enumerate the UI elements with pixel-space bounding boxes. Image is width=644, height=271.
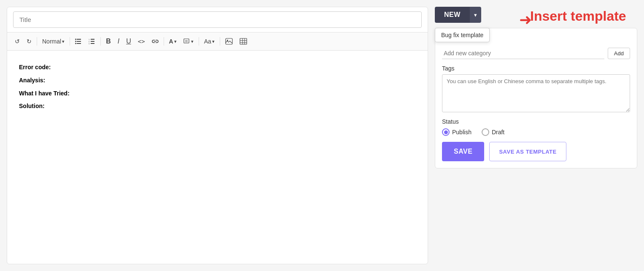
new-category-row: Add [442,48,630,59]
image-button[interactable] [223,36,235,46]
paragraph-select[interactable]: Normal [40,36,67,46]
content-line-analysis: Analysis: [19,74,416,87]
status-section: Status Publish Draft [442,118,630,136]
tags-label: Tags [442,65,630,72]
toolbar-divider-4 [164,37,164,46]
template-dropdown[interactable]: Bug fix template [435,28,490,42]
toolbar-divider-6 [220,37,220,46]
font-size-select[interactable]: Aa [202,36,217,46]
highlight-select[interactable] [181,37,196,46]
new-dropdown-button[interactable]: ▾ [470,7,481,23]
svg-rect-11 [91,43,94,44]
bold-button[interactable]: B [103,36,113,47]
image-icon [225,38,233,45]
toolbar-divider-5 [199,37,199,46]
insert-template-section: ➜ Insert template [519,9,626,27]
content-line-tried: What I have Tried: [19,87,416,100]
code-icon: <> [138,38,145,45]
toolbar: ↺ ↻ Normal 1. 2. 3. [7,33,428,51]
publish-radio-outer [442,128,450,136]
svg-rect-7 [91,39,94,40]
font-size-label: Aa [204,38,211,45]
link-icon [152,39,159,44]
template-dropdown-text: Bug fix template [441,32,483,38]
svg-point-2 [75,41,76,42]
top-row: NEW ▾ Bug fix template ➜ Insert template [435,7,637,23]
title-bar [7,7,428,33]
underline-icon: U [126,38,131,45]
link-button[interactable] [149,37,161,46]
save-button[interactable]: SAVE [442,142,484,161]
toolbar-divider-3 [100,37,101,46]
code-button[interactable]: <> [135,36,148,46]
redo-button[interactable]: ↻ [24,36,34,46]
bullets-icon [75,38,82,44]
editor-content[interactable]: Error code: Analysis: What I have Tried:… [7,51,428,264]
publish-label: Publish [452,129,472,136]
svg-text:3.: 3. [89,43,90,44]
toolbar-divider-2 [70,37,70,46]
svg-rect-18 [240,38,247,44]
numbered-button[interactable]: 1. 2. 3. [86,37,98,46]
numbered-icon: 1. 2. 3. [89,38,95,44]
font-color-select[interactable]: A [167,36,179,46]
font-color-icon: A [169,38,173,45]
right-panel: NEW ▾ Bug fix template ➜ Insert template… [435,7,637,264]
status-label: Status [442,118,630,125]
italic-button[interactable]: I [115,36,122,47]
svg-rect-13 [184,39,189,43]
insert-template-label: Insert template [530,9,626,24]
new-button[interactable]: NEW [435,7,470,23]
new-category-input[interactable] [442,48,604,59]
svg-rect-1 [77,39,81,40]
sidebar-box: Cate default Add Tags Status [435,28,637,168]
draft-label: Draft [492,129,504,136]
bold-icon: B [106,38,111,45]
editor-panel: ↺ ↻ Normal 1. 2. 3. [7,7,428,264]
table-button[interactable] [237,36,250,46]
toolbar-divider-1 [37,37,37,46]
svg-rect-3 [77,41,81,42]
svg-point-4 [75,43,76,44]
svg-point-17 [227,40,228,41]
add-category-button[interactable]: Add [608,48,630,59]
content-line-error: Error code: [19,61,416,74]
title-input[interactable] [13,11,422,28]
underline-button[interactable]: U [124,36,134,47]
publish-radio-inner [444,130,448,134]
new-btn-group: NEW ▾ [435,7,481,23]
save-as-template-button[interactable]: SAVE AS TEMPLATE [489,142,566,161]
table-icon [240,38,247,45]
draft-radio-outer [482,128,489,136]
svg-point-0 [75,39,76,40]
svg-rect-9 [91,41,94,42]
status-options: Publish Draft [442,128,630,136]
undo-button[interactable]: ↺ [12,36,22,46]
tags-section: Tags [442,65,630,112]
content-line-solution: Solution: [19,100,416,113]
svg-rect-5 [77,43,81,44]
status-publish-option[interactable]: Publish [442,128,472,136]
action-row: SAVE SAVE AS TEMPLATE [442,142,630,161]
paragraph-label: Normal [42,38,61,45]
highlight-icon [183,38,190,44]
italic-icon: I [118,38,119,45]
tags-textarea[interactable] [442,74,630,112]
bullets-button[interactable] [73,37,84,46]
status-draft-option[interactable]: Draft [482,128,504,136]
